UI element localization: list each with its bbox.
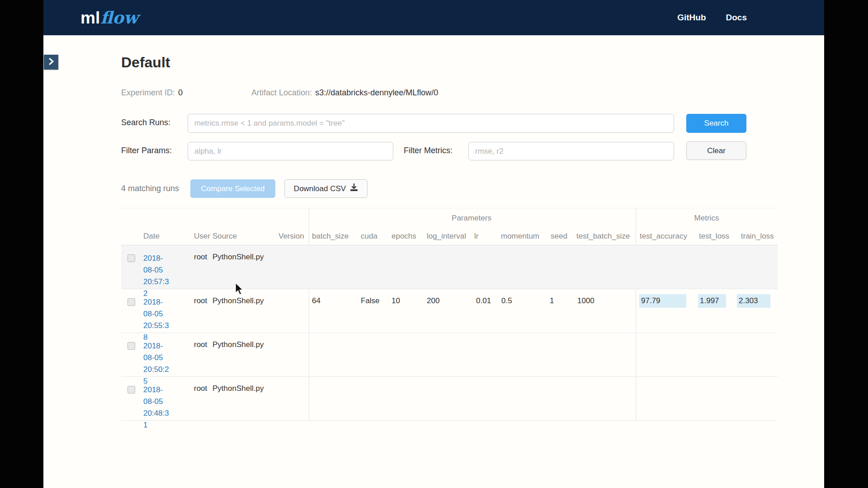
artifact-location-label: Artifact Location: [251, 88, 312, 98]
logo-flow-text: flow [100, 8, 138, 28]
search-button[interactable]: Search [686, 114, 746, 133]
download-icon [350, 183, 358, 194]
chevron-right-icon [48, 58, 54, 67]
screen: mlflow GitHub Docs Default Experiment ID… [0, 0, 868, 488]
metric-test-loss: 1.997 [698, 294, 726, 308]
run-date-link[interactable]: 2018-08-05 20:48:31 [143, 385, 169, 429]
group-header-parameters: Parameters [426, 214, 517, 223]
download-csv-button[interactable]: Download CSV [284, 179, 368, 198]
col-header-train-loss[interactable]: train_loss [741, 232, 774, 241]
table-header: Parameters Metrics Date User Source Vers… [121, 208, 778, 245]
param-momentum: 0.5 [501, 296, 512, 305]
run-source: PythonShell.py [212, 253, 264, 262]
artifact-location-value: s3://databricks-dennylee/MLflow/0 [315, 88, 438, 98]
top-navbar: mlflow GitHub Docs [43, 0, 824, 35]
nav-link-github[interactable]: GitHub [677, 13, 706, 23]
run-row-2: 2018-08-05 20:55:38 root PythonShell.py … [121, 289, 778, 333]
col-header-epochs[interactable]: epochs [392, 232, 416, 241]
param-epochs: 10 [392, 296, 400, 305]
col-header-source[interactable]: Source [212, 232, 237, 241]
search-runs-row: Search Runs: Search [121, 114, 778, 133]
metric-train-loss: 2.303 [737, 294, 770, 308]
param-lr: 0.01 [476, 296, 491, 305]
run-user: root [194, 384, 207, 393]
run-checkbox[interactable] [127, 254, 135, 262]
run-user: root [194, 296, 207, 305]
filter-params-input[interactable] [188, 142, 393, 160]
logo-ml-text: ml [80, 9, 100, 28]
run-source: PythonShell.py [212, 296, 264, 305]
experiment-page: Default Experiment ID: 0 Artifact Locati… [121, 35, 778, 421]
col-header-test-loss[interactable]: test_loss [699, 232, 729, 241]
param-log-interval: 200 [427, 296, 439, 305]
matching-runs-count: 4 matching runs [121, 184, 179, 193]
runs-actions-row: 4 matching runs Compare Selected Downloa… [121, 179, 778, 198]
run-checkbox[interactable] [127, 386, 135, 394]
run-checkbox[interactable] [127, 342, 135, 350]
col-header-user[interactable]: User [194, 232, 210, 241]
param-seed: 1 [550, 296, 554, 305]
filter-row: Filter Params: Filter Metrics: Clear [121, 142, 778, 160]
search-runs-label: Search Runs: [121, 118, 170, 127]
right-black-bar [824, 0, 868, 488]
filter-metrics-label: Filter Metrics: [404, 146, 453, 155]
col-header-version[interactable]: Version [278, 232, 304, 241]
nav-link-docs[interactable]: Docs [726, 13, 747, 23]
run-user: root [194, 253, 207, 262]
run-user: root [194, 340, 207, 349]
col-header-cuda[interactable]: cuda [361, 232, 377, 241]
run-source: PythonShell.py [212, 384, 264, 393]
download-csv-label: Download CSV [294, 184, 346, 193]
col-header-log-interval[interactable]: log_interval [427, 232, 466, 241]
col-header-test-batch-size[interactable]: test_batch_size [576, 232, 630, 241]
content-area: Default Experiment ID: 0 Artifact Locati… [43, 35, 824, 488]
col-header-batch-size[interactable]: batch_size [312, 232, 349, 241]
run-row-1: 2018-08-05 20:57:32 root PythonShell.py [121, 245, 778, 289]
left-black-bar [0, 0, 43, 488]
compare-selected-button[interactable]: Compare Selected [190, 179, 275, 198]
navbar-links: GitHub Docs [677, 13, 747, 23]
group-header-metrics: Metrics [661, 214, 752, 223]
run-source: PythonShell.py [212, 340, 264, 349]
mlflow-logo[interactable]: mlflow [80, 8, 138, 28]
run-row-3: 2018-08-05 20:50:25 root PythonShell.py [121, 333, 778, 377]
run-checkbox[interactable] [127, 298, 135, 306]
filter-params-label: Filter Params: [121, 146, 172, 155]
col-header-lr[interactable]: lr [474, 232, 478, 241]
col-header-date[interactable]: Date [143, 232, 160, 241]
filter-metrics-input[interactable] [468, 142, 674, 160]
experiment-id-value: 0 [178, 88, 183, 98]
run-row-4: 2018-08-05 20:48:31 root PythonShell.py [121, 377, 778, 421]
sidebar-expand-button[interactable] [44, 55, 58, 70]
col-header-momentum[interactable]: momentum [501, 232, 539, 241]
runs-table: Parameters Metrics Date User Source Vers… [121, 208, 778, 421]
param-test-batch-size: 1000 [577, 296, 594, 305]
search-runs-input[interactable] [188, 114, 674, 133]
page-title: Default [121, 54, 778, 71]
col-header-test-accuracy[interactable]: test_accuracy [640, 232, 687, 241]
experiment-meta: Experiment ID: 0 Artifact Location: s3:/… [121, 88, 778, 98]
col-header-seed[interactable]: seed [551, 232, 567, 241]
clear-button[interactable]: Clear [686, 141, 746, 160]
param-batch-size: 64 [312, 296, 321, 305]
metric-test-accuracy: 97.79 [639, 294, 686, 308]
experiment-id-label: Experiment ID: [121, 88, 175, 98]
param-cuda: False [361, 296, 380, 305]
